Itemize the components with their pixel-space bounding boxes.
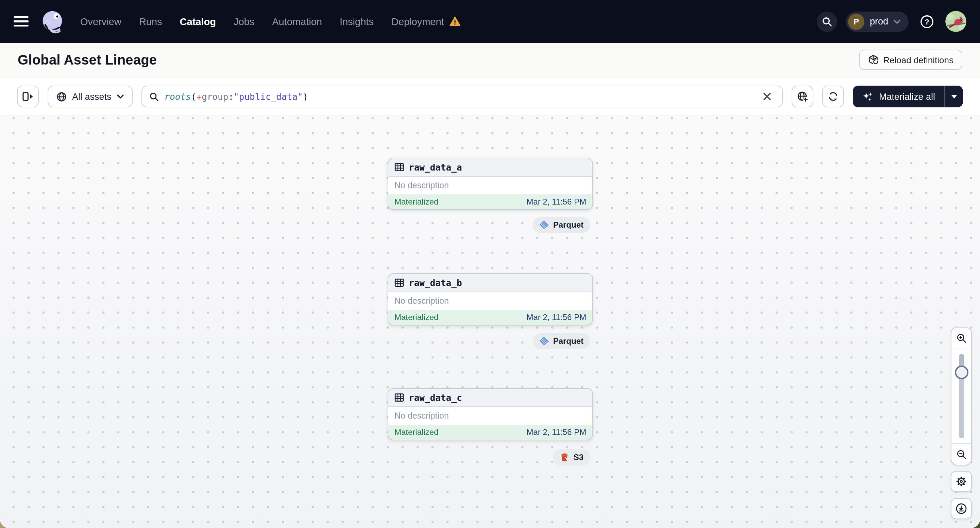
top-nav: Overview Runs Catalog Jobs Automation In… [0,0,980,43]
kind-tag-label: S3 [574,453,584,462]
materialize-all-split-button: Materialize all [853,86,963,107]
nav-item-runs[interactable]: Runs [139,16,162,27]
zoom-out-button[interactable] [951,444,971,465]
kind-tag-parquet[interactable]: Parquet [533,217,590,233]
asset-description: No description [388,177,592,194]
refresh-icon [828,91,839,102]
nav-item-overview[interactable]: Overview [80,16,121,27]
nav-item-jobs[interactable]: Jobs [234,16,255,27]
caret-down-icon [951,95,956,98]
nav-links: Overview Runs Catalog Jobs Automation In… [80,16,460,27]
nav-right: P prod ? [817,11,966,32]
asset-status-row: Materialized Mar 2, 11:56 PM [388,310,592,325]
asset-name: raw_data_a [409,162,462,172]
zoom-slider[interactable] [951,349,971,444]
clear-search-icon[interactable] [759,88,776,105]
asset-node-raw-data-a[interactable]: raw_data_a No description Materialized M… [388,158,593,210]
title-bar: Global Asset Lineage Reload definitions [0,43,980,78]
materialize-all-button[interactable]: Materialize all [853,86,944,107]
materialization-timestamp[interactable]: Mar 2, 11:56 PM [527,197,586,206]
magnifier-icon [149,91,159,101]
globe-add-icon [797,91,809,102]
environment-avatar: P [848,13,864,30]
asset-node-raw-data-c[interactable]: raw_data_c No description Materialized M… [388,388,593,440]
status-badge: Materialized [395,427,438,437]
asset-selection-input[interactable]: roots(+group:"public_data") [142,86,783,107]
chevron-down-icon [894,19,900,24]
table-icon [395,393,404,402]
search-icon[interactable] [817,11,837,32]
user-avatar[interactable] [945,11,966,32]
zoom-in-button[interactable] [951,328,971,349]
asset-name: raw_data_b [409,277,462,288]
parquet-icon [539,220,549,230]
svg-text:?: ? [924,17,929,26]
view-graph-scope-button[interactable] [792,86,814,107]
refresh-button[interactable] [822,86,844,107]
asset-scope-dropdown[interactable]: All assets [48,86,133,107]
asset-node-header: raw_data_b [388,274,592,292]
environment-switcher[interactable]: P prod [846,11,908,32]
materialize-options-caret[interactable] [945,86,963,107]
nav-item-automation[interactable]: Automation [272,16,322,27]
asset-node-header: raw_data_a [388,159,592,177]
reload-cube-icon [867,54,878,65]
nav-item-insights[interactable]: Insights [340,16,374,27]
gear-icon [956,476,967,487]
zoom-slider-handle[interactable] [955,366,968,379]
kind-tag-s3[interactable]: S3 [553,449,590,466]
expand-panel-button[interactable] [17,86,39,107]
asset-node-raw-data-b[interactable]: raw_data_b No description Materialized M… [388,273,593,325]
s3-icon [560,453,570,462]
asset-name: raw_data_c [409,392,462,403]
graph-settings-button[interactable] [951,471,972,492]
materialize-all-label: Materialize all [879,91,935,101]
dagster-logo[interactable] [40,8,65,34]
status-badge: Materialized [395,197,438,206]
reload-definitions-label: Reload definitions [883,55,953,65]
download-graph-button[interactable] [951,498,972,519]
kind-tag-label: Parquet [553,336,584,346]
screen: Overview Runs Catalog Jobs Automation In… [0,0,980,528]
asset-scope-label: All assets [72,91,111,101]
materialization-timestamp[interactable]: Mar 2, 11:56 PM [527,427,586,437]
lineage-canvas[interactable]: raw_data_a No description Materialized M… [0,116,980,528]
download-icon [956,503,967,514]
environment-name: prod [870,16,888,27]
asset-node-header: raw_data_c [388,389,592,407]
zoom-in-icon [956,333,967,344]
hamburger-menu-icon[interactable] [14,16,29,27]
parquet-icon [539,336,549,346]
asset-status-row: Materialized Mar 2, 11:56 PM [388,425,592,440]
chevron-down-icon [117,94,124,98]
nav-item-deployment[interactable]: Deployment [391,16,460,27]
kind-tag-label: Parquet [553,220,584,230]
asset-status-row: Materialized Mar 2, 11:56 PM [388,194,592,209]
query-text: roots(+group:"public_data") [165,91,309,101]
asset-description: No description [388,407,592,425]
kind-tag-parquet[interactable]: Parquet [533,333,590,349]
table-icon [395,278,404,287]
table-icon [395,162,404,172]
reload-definitions-button[interactable]: Reload definitions [859,49,963,70]
page-title: Global Asset Lineage [18,52,157,68]
zoom-controls [951,327,972,466]
status-badge: Materialized [395,312,438,322]
dagster-app: Overview Runs Catalog Jobs Automation In… [0,0,980,528]
sparkles-icon [862,91,873,102]
zoom-out-icon [956,449,967,460]
warning-icon [450,16,460,27]
nav-item-catalog[interactable]: Catalog [180,16,216,27]
help-icon[interactable]: ? [918,12,937,31]
materialization-timestamp[interactable]: Mar 2, 11:56 PM [527,312,586,322]
panel-expand-icon [22,91,34,102]
asset-description: No description [388,292,592,310]
globe-icon [56,91,67,101]
lineage-toolbar: All assets roots(+group:"public_data") [0,78,980,116]
